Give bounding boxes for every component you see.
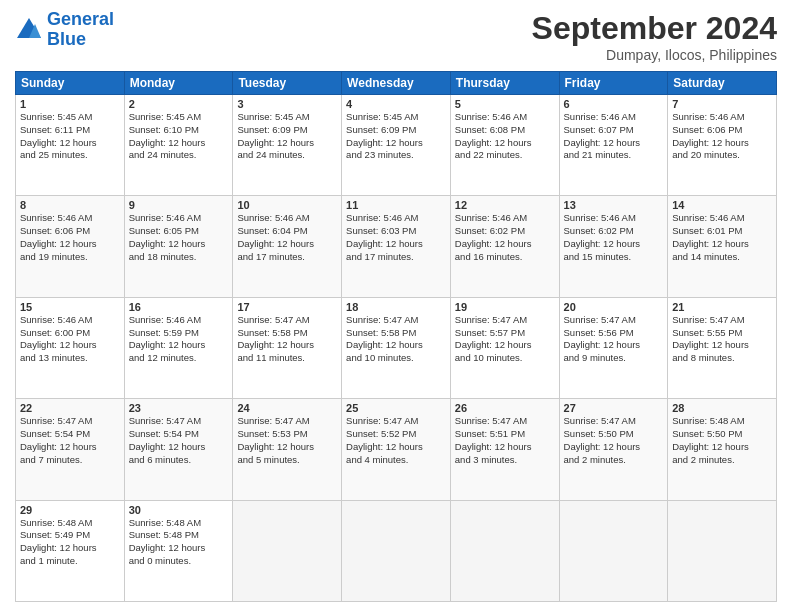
day-number: 1 [20,98,120,110]
calendar-cell: 24Sunrise: 5:47 AM Sunset: 5:53 PM Dayli… [233,399,342,500]
calendar-cell: 20Sunrise: 5:47 AM Sunset: 5:56 PM Dayli… [559,297,668,398]
page: General Blue September 2024 Dumpay, Iloc… [0,0,792,612]
day-number: 3 [237,98,337,110]
logo: General Blue [15,10,114,50]
day-number: 12 [455,199,555,211]
day-info: Sunrise: 5:46 AM Sunset: 6:06 PM Dayligh… [20,212,120,263]
col-header-tuesday: Tuesday [233,72,342,95]
calendar-cell: 27Sunrise: 5:47 AM Sunset: 5:50 PM Dayli… [559,399,668,500]
day-info: Sunrise: 5:45 AM Sunset: 6:09 PM Dayligh… [346,111,446,162]
day-info: Sunrise: 5:46 AM Sunset: 6:07 PM Dayligh… [564,111,664,162]
calendar-cell: 14Sunrise: 5:46 AM Sunset: 6:01 PM Dayli… [668,196,777,297]
calendar-cell: 2Sunrise: 5:45 AM Sunset: 6:10 PM Daylig… [124,95,233,196]
calendar-cell: 30Sunrise: 5:48 AM Sunset: 5:48 PM Dayli… [124,500,233,601]
col-header-wednesday: Wednesday [342,72,451,95]
day-info: Sunrise: 5:45 AM Sunset: 6:09 PM Dayligh… [237,111,337,162]
day-info: Sunrise: 5:48 AM Sunset: 5:50 PM Dayligh… [672,415,772,466]
day-number: 18 [346,301,446,313]
calendar-table: SundayMondayTuesdayWednesdayThursdayFrid… [15,71,777,602]
calendar-cell [668,500,777,601]
day-number: 11 [346,199,446,211]
day-info: Sunrise: 5:47 AM Sunset: 5:55 PM Dayligh… [672,314,772,365]
calendar-cell: 1Sunrise: 5:45 AM Sunset: 6:11 PM Daylig… [16,95,125,196]
day-info: Sunrise: 5:46 AM Sunset: 6:02 PM Dayligh… [455,212,555,263]
calendar-cell: 12Sunrise: 5:46 AM Sunset: 6:02 PM Dayli… [450,196,559,297]
day-number: 21 [672,301,772,313]
day-info: Sunrise: 5:47 AM Sunset: 5:58 PM Dayligh… [346,314,446,365]
day-number: 6 [564,98,664,110]
col-header-saturday: Saturday [668,72,777,95]
calendar-cell: 4Sunrise: 5:45 AM Sunset: 6:09 PM Daylig… [342,95,451,196]
day-info: Sunrise: 5:46 AM Sunset: 6:02 PM Dayligh… [564,212,664,263]
day-info: Sunrise: 5:47 AM Sunset: 5:57 PM Dayligh… [455,314,555,365]
day-info: Sunrise: 5:46 AM Sunset: 6:04 PM Dayligh… [237,212,337,263]
calendar-cell: 8Sunrise: 5:46 AM Sunset: 6:06 PM Daylig… [16,196,125,297]
calendar-cell: 7Sunrise: 5:46 AM Sunset: 6:06 PM Daylig… [668,95,777,196]
calendar-cell: 10Sunrise: 5:46 AM Sunset: 6:04 PM Dayli… [233,196,342,297]
day-number: 7 [672,98,772,110]
day-info: Sunrise: 5:46 AM Sunset: 6:08 PM Dayligh… [455,111,555,162]
calendar-cell: 25Sunrise: 5:47 AM Sunset: 5:52 PM Dayli… [342,399,451,500]
calendar-cell: 16Sunrise: 5:46 AM Sunset: 5:59 PM Dayli… [124,297,233,398]
day-info: Sunrise: 5:47 AM Sunset: 5:54 PM Dayligh… [20,415,120,466]
day-number: 26 [455,402,555,414]
calendar-cell: 29Sunrise: 5:48 AM Sunset: 5:49 PM Dayli… [16,500,125,601]
header: General Blue September 2024 Dumpay, Iloc… [15,10,777,63]
calendar-cell: 11Sunrise: 5:46 AM Sunset: 6:03 PM Dayli… [342,196,451,297]
day-number: 25 [346,402,446,414]
calendar-cell: 9Sunrise: 5:46 AM Sunset: 6:05 PM Daylig… [124,196,233,297]
col-header-friday: Friday [559,72,668,95]
col-header-sunday: Sunday [16,72,125,95]
location: Dumpay, Ilocos, Philippines [532,47,777,63]
logo-text: General Blue [47,10,114,50]
calendar-cell: 19Sunrise: 5:47 AM Sunset: 5:57 PM Dayli… [450,297,559,398]
day-number: 9 [129,199,229,211]
day-info: Sunrise: 5:47 AM Sunset: 5:50 PM Dayligh… [564,415,664,466]
day-info: Sunrise: 5:48 AM Sunset: 5:48 PM Dayligh… [129,517,229,568]
calendar-week-5: 29Sunrise: 5:48 AM Sunset: 5:49 PM Dayli… [16,500,777,601]
calendar-cell [233,500,342,601]
day-info: Sunrise: 5:46 AM Sunset: 6:00 PM Dayligh… [20,314,120,365]
day-number: 16 [129,301,229,313]
calendar-cell [342,500,451,601]
calendar-cell: 23Sunrise: 5:47 AM Sunset: 5:54 PM Dayli… [124,399,233,500]
day-number: 5 [455,98,555,110]
calendar-cell: 13Sunrise: 5:46 AM Sunset: 6:02 PM Dayli… [559,196,668,297]
day-number: 2 [129,98,229,110]
col-header-thursday: Thursday [450,72,559,95]
day-info: Sunrise: 5:47 AM Sunset: 5:56 PM Dayligh… [564,314,664,365]
day-number: 23 [129,402,229,414]
calendar-cell: 26Sunrise: 5:47 AM Sunset: 5:51 PM Dayli… [450,399,559,500]
col-header-monday: Monday [124,72,233,95]
calendar-cell [559,500,668,601]
calendar-cell: 28Sunrise: 5:48 AM Sunset: 5:50 PM Dayli… [668,399,777,500]
day-info: Sunrise: 5:47 AM Sunset: 5:52 PM Dayligh… [346,415,446,466]
day-number: 13 [564,199,664,211]
calendar-cell [450,500,559,601]
day-info: Sunrise: 5:46 AM Sunset: 6:01 PM Dayligh… [672,212,772,263]
calendar-cell: 5Sunrise: 5:46 AM Sunset: 6:08 PM Daylig… [450,95,559,196]
day-number: 4 [346,98,446,110]
calendar-cell: 18Sunrise: 5:47 AM Sunset: 5:58 PM Dayli… [342,297,451,398]
title-block: September 2024 Dumpay, Ilocos, Philippin… [532,10,777,63]
logo-icon [15,16,43,44]
day-number: 30 [129,504,229,516]
day-info: Sunrise: 5:46 AM Sunset: 6:06 PM Dayligh… [672,111,772,162]
day-number: 20 [564,301,664,313]
calendar-cell: 6Sunrise: 5:46 AM Sunset: 6:07 PM Daylig… [559,95,668,196]
day-info: Sunrise: 5:48 AM Sunset: 5:49 PM Dayligh… [20,517,120,568]
day-number: 28 [672,402,772,414]
day-number: 8 [20,199,120,211]
calendar-week-3: 15Sunrise: 5:46 AM Sunset: 6:00 PM Dayli… [16,297,777,398]
day-number: 14 [672,199,772,211]
day-info: Sunrise: 5:47 AM Sunset: 5:51 PM Dayligh… [455,415,555,466]
calendar-cell: 17Sunrise: 5:47 AM Sunset: 5:58 PM Dayli… [233,297,342,398]
day-info: Sunrise: 5:47 AM Sunset: 5:54 PM Dayligh… [129,415,229,466]
calendar-week-1: 1Sunrise: 5:45 AM Sunset: 6:11 PM Daylig… [16,95,777,196]
calendar-cell: 21Sunrise: 5:47 AM Sunset: 5:55 PM Dayli… [668,297,777,398]
day-number: 22 [20,402,120,414]
day-number: 19 [455,301,555,313]
calendar-week-2: 8Sunrise: 5:46 AM Sunset: 6:06 PM Daylig… [16,196,777,297]
calendar-cell: 22Sunrise: 5:47 AM Sunset: 5:54 PM Dayli… [16,399,125,500]
day-info: Sunrise: 5:45 AM Sunset: 6:10 PM Dayligh… [129,111,229,162]
